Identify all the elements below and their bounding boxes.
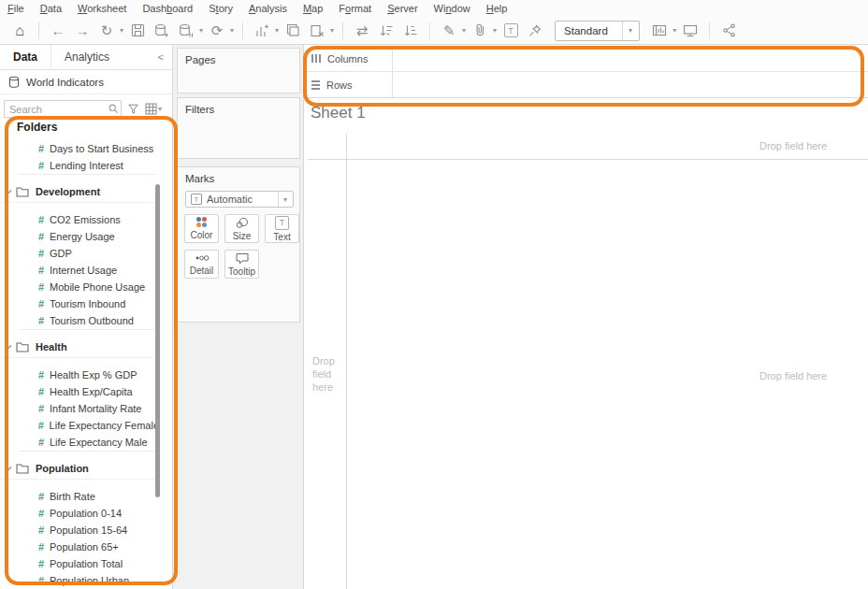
detail-button[interactable]: Detail <box>184 250 219 279</box>
datasource-row[interactable]: World Indicators <box>0 70 172 94</box>
swap-rows-columns-icon[interactable]: ⇄ <box>353 20 371 42</box>
new-worksheet-icon[interactable] <box>253 20 271 42</box>
menu-window[interactable]: Window <box>434 3 470 14</box>
color-button[interactable]: Color <box>184 214 219 243</box>
menu-story[interactable]: Story <box>209 3 233 14</box>
undo-icon[interactable]: ← <box>49 20 67 42</box>
columns-icon <box>311 54 321 63</box>
collapse-pane-icon[interactable]: < <box>150 45 172 69</box>
menu-dashboard[interactable]: Dashboard <box>142 3 193 14</box>
sort-ascending-icon[interactable] <box>377 20 396 42</box>
mark-type-caret-icon[interactable]: ▾ <box>278 192 293 207</box>
share-icon[interactable] <box>719 20 738 42</box>
filter-funnel-icon[interactable] <box>127 103 139 115</box>
view-as-caret-icon[interactable]: ▾ <box>158 105 162 113</box>
chevron-down-icon[interactable] <box>5 188 12 195</box>
field-population-0-14[interactable]: #Population 0-14 <box>0 505 159 522</box>
menu-help[interactable]: Help <box>486 3 508 14</box>
highlight-caret-icon[interactable]: ▾ <box>462 26 466 35</box>
fix-axes-icon[interactable] <box>526 20 544 42</box>
group-members-caret-icon[interactable]: ▾ <box>493 26 497 35</box>
field-tourism-inbound[interactable]: #Tourism Inbound <box>0 295 159 312</box>
drop-zone-rows-hint[interactable]: Drop field here <box>312 354 342 394</box>
tooltip-button[interactable]: Tooltip <box>224 250 259 279</box>
mark-type-dropdown[interactable]: T Automatic ▾ <box>185 191 294 208</box>
folder-development[interactable]: Development <box>0 181 159 203</box>
folder-icon <box>16 341 29 352</box>
field-population-total[interactable]: #Population Total <box>0 555 159 572</box>
sort-descending-icon[interactable] <box>401 20 420 42</box>
field-internet-usage[interactable]: #Internet Usage <box>0 262 159 279</box>
field-mobile-phone-usage[interactable]: #Mobile Phone Usage <box>0 279 159 295</box>
show-hide-cards-caret-icon[interactable]: ▾ <box>673 26 676 35</box>
menu-format[interactable]: Format <box>339 3 371 14</box>
fit-selector-caret-icon[interactable]: ▾ <box>622 22 639 40</box>
measure-icon: # <box>36 281 47 293</box>
show-hide-cards-icon[interactable] <box>650 20 669 42</box>
columns-shelf-drop[interactable] <box>393 46 868 71</box>
drop-zone-columns-hint[interactable]: Drop field here <box>760 140 827 151</box>
run-auto-updates-icon[interactable]: ⟳ <box>208 20 226 42</box>
field-infant-mortality-rate[interactable]: #Infant Mortality Rate <box>0 400 159 417</box>
field-population-15-64[interactable]: #Population 15-64 <box>0 522 159 539</box>
new-worksheet-caret-icon[interactable]: ▾ <box>275 26 279 35</box>
group-members-icon[interactable] <box>470 20 489 42</box>
presentation-mode-icon[interactable] <box>681 20 700 42</box>
field-population-65plus[interactable]: #Population 65+ <box>0 539 159 555</box>
menu-map[interactable]: Map <box>303 3 323 14</box>
chevron-down-icon[interactable] <box>5 465 12 472</box>
folder-population[interactable]: Population <box>0 458 159 480</box>
redo-icon[interactable]: → <box>73 20 92 42</box>
pause-auto-updates-icon[interactable] <box>177 20 195 42</box>
sheet-area: Columns Rows Sheet 1 Drop field here Dro… <box>304 45 868 589</box>
menu-analysis[interactable]: Analysis <box>249 3 287 14</box>
field-life-expectancy-female[interactable]: #Life Expectancy Female <box>0 417 159 434</box>
menu-worksheet[interactable]: Worksheet <box>78 3 126 14</box>
view-as-grid-icon[interactable] <box>145 103 157 115</box>
drop-zone-center-hint[interactable]: Drop field here <box>760 370 827 381</box>
search-input[interactable] <box>4 100 122 118</box>
folder-icon <box>16 463 29 474</box>
run-auto-updates-caret-icon[interactable]: ▾ <box>230 26 234 35</box>
menu-server[interactable]: Server <box>387 3 417 14</box>
fit-selector[interactable]: Standard ▾ <box>555 21 640 41</box>
show-mark-labels-icon[interactable]: T <box>501 20 520 42</box>
chevron-down-icon[interactable] <box>5 343 12 351</box>
field-days-to-start-business[interactable]: #Days to Start Business <box>0 140 159 157</box>
field-health-exp-pct-gdp[interactable]: #Health Exp % GDP <box>0 366 159 383</box>
duplicate-sheet-icon[interactable] <box>283 20 302 42</box>
field-population-urban[interactable]: #Population Urban <box>0 572 159 589</box>
home-icon[interactable]: ⌂ <box>10 20 29 42</box>
measure-icon: # <box>36 143 47 154</box>
size-icon <box>235 216 249 229</box>
field-tourism-outbound[interactable]: #Tourism Outbound <box>0 312 159 329</box>
tab-analytics[interactable]: Analytics <box>51 45 123 69</box>
field-health-exp-capita[interactable]: #Health Exp/Capita <box>0 383 159 400</box>
folder-health[interactable]: Health <box>0 337 159 358</box>
toolbar-divider <box>342 22 343 39</box>
size-button[interactable]: Size <box>224 214 259 243</box>
measure-icon: # <box>36 248 47 259</box>
menu-file[interactable]: File <box>7 3 24 14</box>
field-birth-rate[interactable]: #Birth Rate <box>0 488 159 505</box>
fields-scrollbar[interactable] <box>155 184 160 497</box>
menu-data[interactable]: Data <box>40 3 62 14</box>
field-co2-emissions[interactable]: #CO2 Emissions <box>0 211 159 228</box>
clear-sheet-icon[interactable] <box>308 20 326 42</box>
text-button[interactable]: T Text <box>265 214 299 243</box>
highlight-icon[interactable]: ✎ <box>440 20 458 42</box>
tab-data[interactable]: Data <box>0 45 51 69</box>
save-icon[interactable] <box>128 20 147 42</box>
pages-shelf[interactable]: Pages <box>177 48 300 93</box>
replay-caret-icon[interactable]: ▾ <box>120 26 123 35</box>
field-lending-interest[interactable]: #Lending Interest <box>0 157 159 174</box>
clear-sheet-caret-icon[interactable]: ▾ <box>330 26 334 35</box>
filters-shelf[interactable]: Filters <box>177 97 300 159</box>
field-life-expectancy-male[interactable]: #Life Expectancy Male <box>0 434 159 451</box>
new-data-source-icon[interactable] <box>152 20 171 42</box>
pause-auto-updates-caret-icon[interactable]: ▾ <box>199 26 203 35</box>
replay-icon[interactable]: ↻ <box>97 20 116 42</box>
field-gdp[interactable]: #GDP <box>0 245 159 262</box>
rows-shelf-drop[interactable] <box>393 72 868 97</box>
field-energy-usage[interactable]: #Energy Usage <box>0 228 159 245</box>
